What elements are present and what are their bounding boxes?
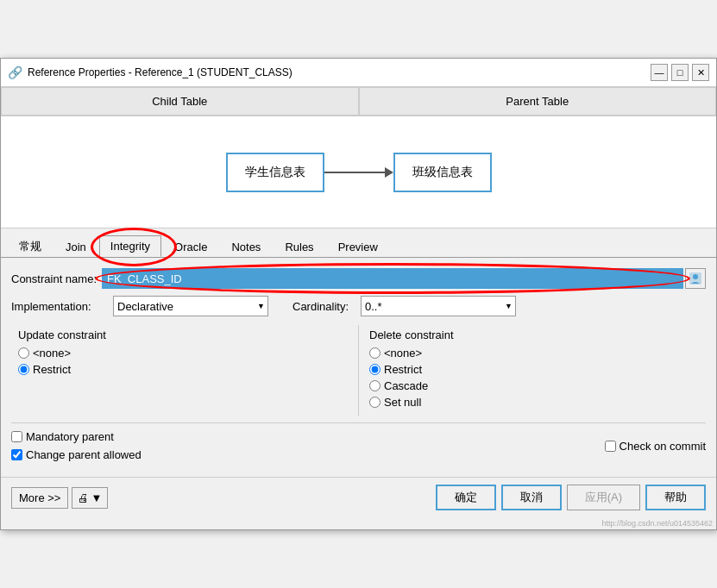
help-button[interactable]: 帮助	[645, 485, 706, 510]
delete-cascade-label: Cascade	[384, 379, 428, 392]
cardinality-select-wrapper: 0..* 1..* 0..1 1..1	[361, 296, 516, 316]
arrow-container	[324, 167, 393, 178]
svg-point-1	[693, 274, 698, 279]
parent-table-header: Parent Table	[359, 87, 717, 116]
update-none-radio[interactable]	[18, 347, 29, 359]
constraint-name-row: Constraint name:	[11, 268, 706, 289]
update-none-label: <none>	[33, 347, 71, 360]
cancel-button[interactable]: 取消	[501, 485, 562, 510]
update-constraint-title: Update constraint	[18, 328, 348, 341]
constraint-name-icon[interactable]	[685, 268, 706, 289]
window-icon: 🔗	[8, 66, 22, 79]
check-on-commit-label: Check on commit	[620, 440, 706, 453]
tab-join[interactable]: Join	[54, 236, 97, 257]
arrow-line	[324, 172, 385, 173]
cardinality-label: Cardinality:	[292, 300, 349, 313]
window-title: Reference Properties - Reference_1 (STUD…	[28, 66, 292, 78]
bottom-bar: More >> 🖨 ▼ 确定 取消 应用(A) 帮助	[1, 477, 716, 517]
update-constraint-panel: Update constraint <none> Restrict	[11, 325, 355, 416]
update-restrict-label: Restrict	[33, 363, 71, 376]
update-restrict-radio[interactable]	[18, 364, 29, 375]
confirm-button[interactable]: 确定	[436, 485, 496, 510]
constraint-divider	[358, 325, 359, 416]
tab-integrity-wrapper: Integrity	[99, 235, 161, 256]
maximize-button[interactable]: □	[671, 64, 689, 81]
constraint-name-label: Constraint name:	[11, 272, 97, 285]
bottom-left: More >> 🖨 ▼	[11, 487, 108, 509]
tab-oracle[interactable]: Oracle	[163, 236, 218, 257]
tab-changgui[interactable]: 常规	[8, 235, 53, 258]
main-content: Constraint name: Implementation: Declara…	[1, 258, 716, 477]
delete-setnull-option[interactable]: Set null	[369, 396, 699, 409]
delete-constraint-panel: Delete constraint <none> Restrict Cascad…	[362, 325, 706, 416]
change-parent-item[interactable]: Change parent allowed	[11, 448, 142, 461]
main-window: 🔗 Reference Properties - Reference_1 (ST…	[0, 58, 717, 530]
tab-preview[interactable]: Preview	[327, 236, 389, 257]
parent-table-box: 班级信息表	[393, 153, 492, 192]
delete-setnull-radio[interactable]	[369, 397, 381, 408]
delete-none-label: <none>	[384, 347, 422, 360]
tabs-bar: 常规 Join Integrity Oracle Notes Rules Pre…	[1, 228, 716, 258]
change-parent-checkbox[interactable]	[11, 449, 22, 460]
update-restrict-option[interactable]: Restrict	[18, 363, 348, 376]
constraint-name-input[interactable]	[102, 268, 683, 289]
implementation-select[interactable]: Declarative Trigger	[113, 296, 268, 316]
more-button[interactable]: More >>	[11, 487, 68, 509]
printer-dropdown-icon: ▼	[91, 491, 102, 504]
mandatory-parent-checkbox[interactable]	[11, 431, 22, 442]
implementation-select-wrapper: Declarative Trigger	[113, 296, 268, 316]
printer-button[interactable]: 🖨 ▼	[72, 487, 108, 509]
close-button[interactable]: ✕	[692, 64, 709, 81]
child-table-header: Child Table	[1, 87, 359, 116]
tab-notes[interactable]: Notes	[220, 236, 272, 257]
diagram-area: 学生信息表 班级信息表	[1, 116, 716, 228]
delete-restrict-label: Restrict	[384, 363, 422, 376]
child-table-box: 学生信息表	[226, 153, 324, 192]
delete-restrict-option[interactable]: Restrict	[369, 363, 699, 376]
cardinality-select[interactable]: 0..* 1..* 0..1 1..1	[361, 296, 516, 316]
bottom-right: 确定 取消 应用(A) 帮助	[436, 485, 706, 510]
delete-cascade-option[interactable]: Cascade	[369, 379, 699, 392]
mandatory-parent-item[interactable]: Mandatory parent	[11, 430, 142, 443]
checkboxes-row: Mandatory parent Change parent allowed C…	[11, 422, 706, 466]
check-on-commit-checkbox[interactable]	[605, 441, 616, 452]
table-header: Child Table Parent Table	[1, 87, 716, 116]
implementation-row: Implementation: Declarative Trigger Card…	[11, 296, 706, 316]
title-controls: — □ ✕	[651, 64, 709, 81]
apply-button[interactable]: 应用(A)	[567, 485, 640, 510]
check-on-commit-item[interactable]: Check on commit	[605, 430, 706, 461]
constraint-name-input-wrapper	[102, 268, 683, 289]
delete-cascade-radio[interactable]	[369, 380, 381, 391]
diagram-inner: 学生信息表 班级信息表	[186, 153, 531, 192]
mandatory-parent-label: Mandatory parent	[26, 430, 114, 443]
change-parent-label: Change parent allowed	[26, 448, 142, 461]
arrow-head	[385, 167, 393, 178]
delete-restrict-radio[interactable]	[369, 364, 381, 375]
implementation-label: Implementation:	[11, 300, 106, 313]
update-none-option[interactable]: <none>	[18, 347, 348, 360]
printer-icon: 🖨	[78, 491, 89, 504]
watermark: http://blog.csdn.net/u014535462	[1, 517, 716, 529]
delete-none-option[interactable]: <none>	[369, 347, 699, 360]
tab-integrity[interactable]: Integrity	[99, 235, 161, 257]
minimize-button[interactable]: —	[651, 64, 668, 81]
title-bar: 🔗 Reference Properties - Reference_1 (ST…	[1, 59, 716, 87]
delete-none-radio[interactable]	[369, 347, 381, 359]
tab-rules[interactable]: Rules	[274, 236, 324, 257]
delete-setnull-label: Set null	[384, 396, 421, 409]
constraints-row: Update constraint <none> Restrict Delete…	[11, 325, 706, 416]
title-bar-left: 🔗 Reference Properties - Reference_1 (ST…	[8, 66, 292, 79]
delete-constraint-title: Delete constraint	[369, 328, 699, 341]
